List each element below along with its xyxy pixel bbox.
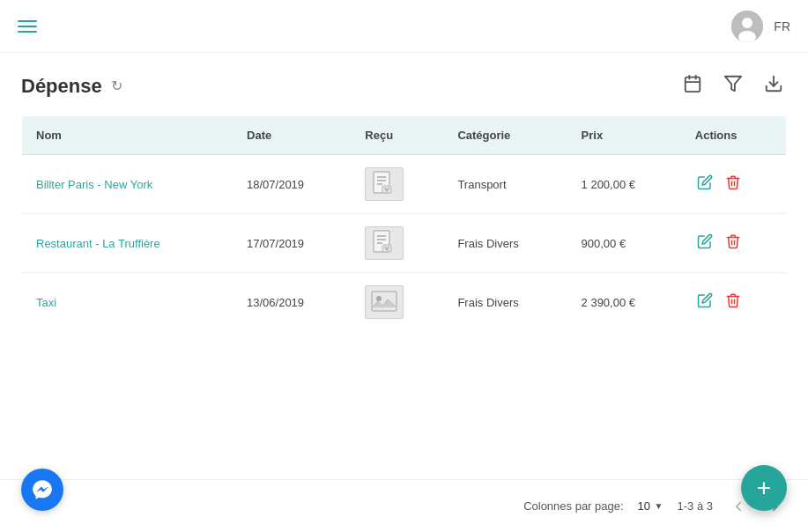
row-name-cell: Restaurant - La Truffière: [22, 214, 234, 273]
action-buttons: [695, 232, 772, 255]
delete-button[interactable]: [723, 173, 743, 196]
row-name-cell: Taxi: [22, 273, 234, 332]
receipt-thumbnail[interactable]: [365, 167, 404, 201]
edit-button[interactable]: [695, 232, 715, 255]
edit-button[interactable]: [695, 173, 715, 196]
row-actions-cell: [681, 273, 787, 332]
delete-button[interactable]: [723, 291, 743, 314]
row-receipt-cell: [351, 214, 443, 273]
col-header-price: Prix: [567, 116, 681, 155]
header: FR: [0, 0, 808, 53]
expense-name-link[interactable]: Billter Paris - New York: [36, 178, 152, 191]
per-page-selector[interactable]: 10 25 50 ▼: [638, 499, 663, 513]
row-price-cell: 1 200,00 €: [567, 155, 681, 214]
main-page: Dépense ↻: [0, 53, 808, 350]
table-header: Nom Date Reçu Catégorie Prix Actions: [22, 116, 787, 155]
receipt-thumbnail[interactable]: [365, 285, 404, 319]
download-icon-button[interactable]: [760, 70, 787, 101]
row-date-cell: 18/07/2019: [233, 155, 351, 214]
row-actions-cell: [681, 214, 787, 273]
row-actions-cell: [681, 155, 787, 214]
page-title: Dépense: [21, 75, 102, 98]
page-info: 1-3 à 3: [678, 499, 713, 513]
edit-button[interactable]: [695, 291, 715, 314]
chevron-down-icon: ▼: [655, 501, 663, 511]
expense-name-link[interactable]: Taxi: [36, 296, 56, 309]
row-price-cell: 900,00 €: [567, 214, 681, 273]
col-header-date: Date: [233, 116, 351, 155]
row-date-cell: 13/06/2019: [233, 273, 351, 332]
language-label[interactable]: FR: [774, 19, 790, 33]
title-left: Dépense ↻: [21, 75, 122, 98]
title-bar: Dépense ↻: [21, 70, 787, 101]
table-row: Billter Paris - New York18/07/2019 Trans…: [22, 155, 787, 214]
messenger-bubble[interactable]: [21, 469, 63, 511]
row-receipt-cell: [351, 273, 443, 332]
refresh-icon[interactable]: ↻: [111, 78, 122, 94]
title-actions: [679, 70, 787, 101]
row-category-cell: Frais Divers: [443, 214, 567, 273]
per-page-select-input[interactable]: 10 25 50: [638, 499, 651, 513]
table-row: Restaurant - La Truffière17/07/2019 Frai…: [22, 214, 787, 273]
filter-icon-button[interactable]: [720, 70, 746, 101]
calendar-icon-button[interactable]: [679, 70, 706, 101]
table-row: Taxi13/06/2019 Frais Divers2 390,00 €: [22, 273, 787, 332]
svg-rect-19: [372, 292, 397, 311]
receipt-thumbnail[interactable]: [365, 226, 404, 260]
col-header-actions: Actions: [681, 116, 787, 155]
header-right: FR: [731, 11, 790, 42]
footer: Colonnes par page: 10 25 50 ▼ 1-3 à 3: [0, 479, 808, 532]
row-category-cell: Frais Divers: [443, 273, 567, 332]
table-body: Billter Paris - New York18/07/2019 Trans…: [22, 155, 787, 332]
hamburger-menu-icon[interactable]: [18, 20, 37, 33]
expense-table: Nom Date Reçu Catégorie Prix Actions Bil…: [21, 115, 787, 332]
action-buttons: [695, 173, 772, 196]
columns-per-page-label: Colonnes par page:: [523, 499, 623, 513]
row-category-cell: Transport: [443, 155, 567, 214]
row-price-cell: 2 390,00 €: [567, 273, 681, 332]
col-header-category: Catégorie: [443, 116, 567, 155]
delete-button[interactable]: [723, 232, 743, 255]
svg-point-20: [376, 296, 382, 301]
row-receipt-cell: [351, 155, 443, 214]
expense-name-link[interactable]: Restaurant - La Truffière: [36, 237, 160, 250]
add-fab-button[interactable]: +: [741, 465, 787, 511]
header-left: [18, 20, 37, 33]
avatar[interactable]: [731, 11, 763, 42]
row-date-cell: 17/07/2019: [233, 214, 351, 273]
row-name-cell: Billter Paris - New York: [22, 155, 234, 214]
svg-point-1: [742, 18, 752, 28]
svg-rect-3: [686, 78, 701, 92]
col-header-name: Nom: [22, 116, 234, 155]
action-buttons: [695, 291, 772, 314]
col-header-receipt: Reçu: [351, 116, 443, 155]
svg-marker-7: [725, 77, 741, 92]
